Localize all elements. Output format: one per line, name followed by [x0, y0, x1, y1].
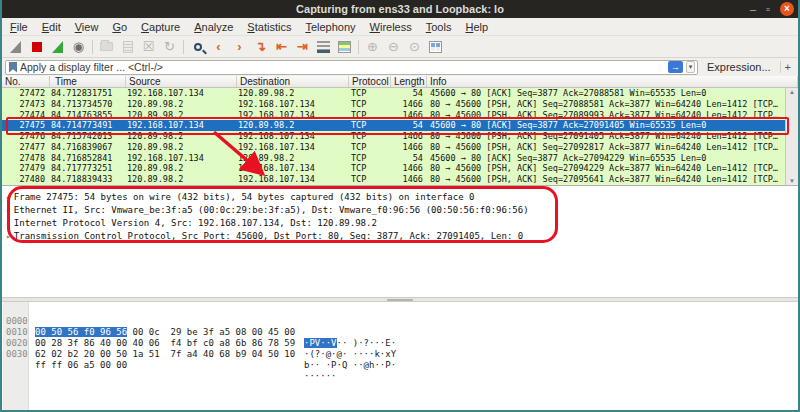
packet-info: 80 → 45600 [PSH, ACK] Seq=27092817 Ack=3…: [427, 142, 785, 153]
menu-capture[interactable]: Capture: [141, 21, 180, 33]
zoom-out-icon[interactable]: ⊖: [384, 38, 403, 56]
packet-row[interactable]: 27479 84.717773251 120.89.98.2 192.168.1…: [2, 163, 785, 174]
packet-row[interactable]: 27476 84.715742013 120.89.98.2 192.168.1…: [2, 131, 785, 142]
menu-edit[interactable]: Edit: [42, 21, 61, 33]
capture-options-icon[interactable]: ◉: [69, 38, 88, 56]
menu-go[interactable]: Go: [112, 21, 127, 33]
packet-time: 84.716839067: [50, 142, 126, 153]
menu-wireless[interactable]: Wireless: [370, 21, 412, 33]
expander-icon[interactable]: ▸: [6, 206, 11, 215]
save-file-icon[interactable]: [118, 38, 137, 56]
packet-length: 1466: [391, 131, 427, 142]
zoom-in-icon[interactable]: ⊕: [363, 38, 382, 56]
expander-icon[interactable]: ▸: [6, 193, 11, 202]
packet-destination: 120.89.98.2: [237, 88, 349, 99]
scroll-up-icon[interactable]: ▲: [789, 88, 795, 96]
ascii-bytes[interactable]: b·· ·P·Q ··@h··P·: [304, 360, 396, 371]
ascii-bytes[interactable]: ·(?·@·@· ····k·xY: [304, 349, 396, 360]
packet-row[interactable]: 27474 84.714763855 120.89.98.2 192.168.1…: [2, 110, 785, 121]
packet-source: 120.89.98.2: [126, 99, 237, 110]
packet-row[interactable]: 27472 84.712831751 192.168.107.134 120.8…: [2, 88, 785, 99]
display-filter-input[interactable]: [20, 61, 665, 74]
wireshark-window: Capturing from ens33 and Loopback: lo – …: [0, 0, 800, 412]
packet-destination: 192.168.107.134: [237, 174, 349, 185]
maximize-button[interactable]: ▫: [766, 2, 770, 16]
zoom-original-icon[interactable]: ⊙: [405, 38, 424, 56]
find-packet-icon[interactable]: [188, 38, 207, 56]
packet-no: 27480: [2, 174, 50, 185]
packet-protocol: TCP: [349, 163, 391, 174]
expander-icon[interactable]: ▸: [6, 232, 11, 241]
packet-destination: 192.168.107.134: [237, 99, 349, 110]
packet-info: 80 → 45600 [PSH, ACK] Seq=27088581 Ack=3…: [427, 99, 785, 110]
go-back-icon[interactable]: ‹: [209, 38, 228, 56]
packet-no: 27474: [2, 110, 50, 121]
expander-icon[interactable]: ▸: [6, 219, 11, 228]
menu-view[interactable]: View: [75, 21, 99, 33]
capture-stop-icon[interactable]: [27, 38, 46, 56]
go-to-packet-icon[interactable]: ↴: [251, 38, 270, 56]
detail-frame-line[interactable]: ▸Frame 27475: 54 bytes on wire (432 bits…: [2, 191, 798, 204]
column-header-info[interactable]: Info: [427, 76, 798, 87]
column-header-protocol[interactable]: Protocol: [349, 76, 391, 87]
column-header-length[interactable]: Length: [391, 76, 427, 87]
packet-list-scrollbar[interactable]: ▲ ▼: [785, 88, 798, 185]
auto-scroll-icon[interactable]: [314, 38, 333, 56]
packet-row[interactable]: 27478 84.716852841 192.168.107.134 120.8…: [2, 153, 785, 164]
column-header-time[interactable]: Time: [50, 76, 126, 87]
packet-protocol: TCP: [349, 110, 391, 121]
apply-filter-button[interactable]: →: [668, 61, 683, 73]
scroll-down-icon[interactable]: ▼: [789, 177, 795, 185]
menu-telephony[interactable]: Telephony: [305, 21, 355, 33]
filter-bar: → ▾ Expression... +: [2, 58, 798, 76]
resize-columns-icon[interactable]: [426, 38, 445, 56]
packet-length: 54: [391, 153, 427, 164]
packet-row[interactable]: 27473 84.713734570 120.89.98.2 192.168.1…: [2, 99, 785, 110]
menu-analyze[interactable]: Analyze: [194, 21, 233, 33]
add-filter-button[interactable]: +: [780, 61, 795, 73]
packet-details-pane: ▸Frame 27475: 54 bytes on wire (432 bits…: [2, 185, 798, 297]
menu-statistics[interactable]: Statistics: [247, 21, 291, 33]
detail-text: Frame 27475: 54 bytes on wire (432 bits)…: [14, 192, 475, 202]
go-forward-icon[interactable]: ›: [230, 38, 249, 56]
packet-row-selected[interactable]: 27475 84.714773491 192.168.107.134 120.8…: [2, 120, 785, 131]
detail-ip-line[interactable]: ▸Internet Protocol Version 4, Src: 192.1…: [2, 217, 798, 230]
packet-source: 192.168.107.134: [126, 120, 237, 131]
bookmark-icon[interactable]: [9, 62, 17, 73]
packet-source: 120.89.98.2: [126, 163, 237, 174]
hex-row[interactable]: 0010 00 28 3f 86 40 00 40 06 f4 bf c0 a8…: [2, 316, 798, 327]
column-header-destination[interactable]: Destination: [237, 76, 349, 87]
capture-start-icon[interactable]: [6, 38, 25, 56]
close-button[interactable]: ×: [780, 2, 794, 16]
hex-row[interactable]: 0020 62 02 b2 20 00 50 1a 51 7f a4 40 68…: [2, 327, 798, 338]
detail-tcp-line[interactable]: ▸Transmission Control Protocol, Src Port…: [2, 230, 798, 243]
menu-file[interactable]: File: [10, 21, 28, 33]
expression-button[interactable]: Expression...: [701, 61, 777, 73]
reload-icon[interactable]: ↻: [160, 38, 179, 56]
ascii-bytes[interactable]: ······: [304, 371, 337, 382]
packet-no: 27473: [2, 99, 50, 110]
packet-length: 1466: [391, 99, 427, 110]
filter-dropdown-icon[interactable]: ▾: [686, 61, 695, 73]
minimize-button[interactable]: –: [750, 2, 756, 16]
column-header-source[interactable]: Source: [126, 76, 237, 87]
packet-info: 45600 → 80 [ACK] Seq=3877 Ack=27091405 W…: [427, 120, 785, 131]
packet-row[interactable]: 27477 84.716839067 120.89.98.2 192.168.1…: [2, 142, 785, 153]
colorize-icon[interactable]: [335, 38, 354, 56]
hex-row[interactable]: 0000 00 50 56 f0 96 56 00 0c 29 be 3f a5…: [2, 305, 798, 316]
capture-restart-icon[interactable]: [48, 38, 67, 56]
first-packet-icon[interactable]: ⇤: [272, 38, 291, 56]
close-capture-icon[interactable]: ☒: [139, 38, 158, 56]
menu-help[interactable]: Help: [465, 21, 488, 33]
column-header-no[interactable]: No.: [2, 76, 50, 87]
hex-row[interactable]: 0030 ff ff 06 a5 00 00 ······: [2, 338, 798, 349]
hex-bytes[interactable]: 62 02 b2 20 00 50 1a 51 7f a4 40 68 b9 0…: [35, 349, 295, 360]
open-file-icon[interactable]: [97, 38, 116, 56]
packet-row[interactable]: 27480 84.718839433 120.89.98.2 192.168.1…: [2, 174, 785, 185]
hex-bytes[interactable]: ff ff 06 a5 00 00: [35, 360, 127, 371]
packet-destination: 192.168.107.134: [237, 142, 349, 153]
last-packet-icon[interactable]: ⇥: [293, 38, 312, 56]
hex-offset: 0030: [6, 349, 28, 360]
menu-tools[interactable]: Tools: [426, 21, 452, 33]
detail-ethernet-line[interactable]: ▸Ethernet II, Src: Vmware_be:3f:a5 (00:0…: [2, 204, 798, 217]
